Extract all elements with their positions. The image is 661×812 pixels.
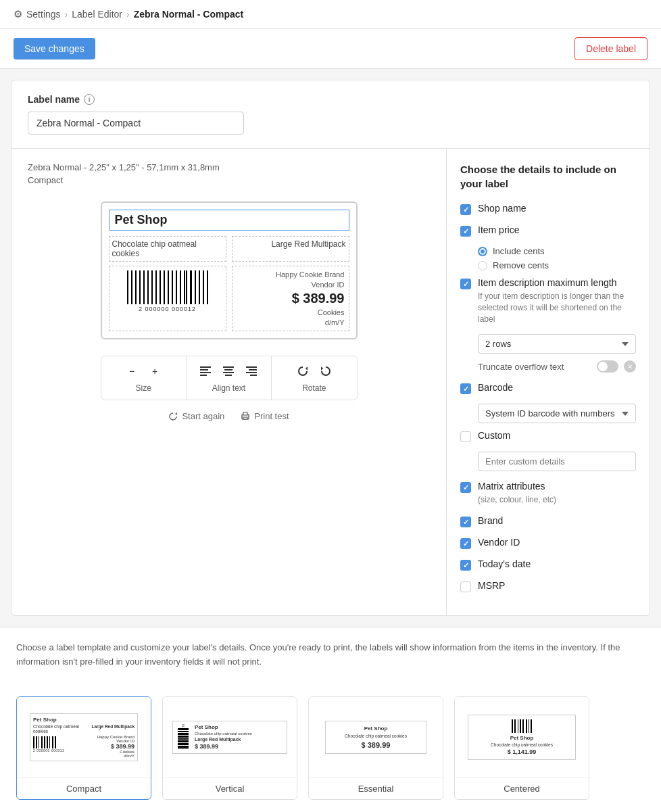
label-preview: Pet Shop Chocolate chip oatmeal cookies … (101, 201, 358, 339)
vendor-id-checkbox[interactable] (460, 538, 471, 549)
save-button[interactable]: Save changes (14, 38, 95, 59)
radio-remove-icon (478, 261, 487, 270)
top-bar: ⚙ Settings › Label Editor › Zebra Normal… (0, 0, 661, 29)
templates-section: Pet Shop Chocolate chip oatmeal cookies … (0, 683, 661, 812)
custom-input[interactable] (478, 452, 636, 471)
msrp-checkbox[interactable] (460, 581, 471, 592)
brand-checkbox[interactable] (460, 517, 471, 527)
template-compact-preview: Pet Shop Chocolate chip oatmeal cookies … (17, 697, 151, 778)
barcode-visual (127, 270, 208, 304)
start-again-label: Start again (182, 411, 224, 421)
size-group: − + Size (101, 356, 187, 400)
size-minus-button[interactable]: − (124, 363, 140, 379)
breadcrumb-settings[interactable]: Settings (26, 9, 61, 20)
radio-include-cents[interactable]: Include cents (478, 246, 636, 256)
todays-date-checkbox[interactable] (460, 560, 471, 571)
truncate-toggle[interactable] (597, 360, 618, 373)
start-again-button[interactable]: Start again (168, 411, 224, 421)
template-essential-preview: Pet Shop Chocolate chip oatmeal cookies … (309, 697, 443, 778)
rotate-right-icon[interactable] (318, 363, 334, 379)
info-icon[interactable]: i (84, 94, 95, 105)
radio-remove-label: Remove cents (493, 260, 549, 270)
breadcrumb-current: Zebra Normal - Compact (134, 9, 244, 20)
truncate-row: Truncate overflow text ✕ (478, 360, 636, 373)
price-radio-group: Include cents Remove cents (478, 246, 636, 270)
preview-description: Chocolate chip oatmeal cookies (109, 236, 226, 262)
templates-grid: Pet Shop Chocolate chip oatmeal cookies … (16, 696, 645, 800)
label-name-input[interactable] (28, 112, 244, 135)
todays-date-label: Today's date (478, 558, 636, 569)
align-group: Align text (187, 356, 272, 400)
align-left-icon[interactable] (197, 363, 214, 379)
svg-rect-10 (246, 372, 257, 373)
rows-select[interactable]: 2 rows 1 row 3 rows (478, 334, 636, 354)
svg-rect-8 (246, 366, 257, 368)
option-brand: Brand (460, 515, 636, 527)
gear-icon: ⚙ (14, 8, 22, 20)
preview-category: Cookies (237, 308, 345, 316)
barcode-select[interactable]: System ID barcode with numbers UPC barco… (478, 404, 636, 423)
option-barcode: Barcode (460, 382, 636, 394)
preview-variant: Large Red Multipack (232, 236, 349, 262)
svg-rect-0 (200, 366, 211, 368)
template-compact[interactable]: Pet Shop Chocolate chip oatmeal cookies … (16, 696, 151, 800)
size-label: Size (135, 383, 151, 393)
svg-rect-6 (223, 372, 234, 373)
preview-vendor: Vendor ID (237, 281, 345, 289)
preview-details: Happy Cookie Brand Vendor ID $ 389.99 Co… (232, 266, 349, 331)
template-vertical[interactable]: N Pet (162, 696, 297, 800)
item-description-label: Item description maximum length (478, 277, 636, 288)
item-description-sub: If your item description is longer than … (478, 291, 636, 325)
matrix-checkbox[interactable] (460, 482, 471, 493)
print-test-button[interactable]: Print test (241, 411, 289, 421)
svg-rect-3 (200, 375, 207, 376)
barcode-label: Barcode (478, 382, 636, 393)
preview-line2: Compact (28, 175, 430, 185)
action-bar: Save changes Delete label (0, 29, 661, 69)
refresh-icon (168, 412, 178, 421)
size-plus-button[interactable]: + (147, 363, 163, 379)
options-title: Choose the details to include on your la… (460, 162, 636, 191)
shop-name-label: Shop name (478, 203, 636, 214)
align-center-icon[interactable] (220, 363, 237, 379)
item-description-checkbox[interactable] (460, 279, 471, 289)
breadcrumb-sep2: › (126, 9, 130, 20)
template-essential[interactable]: Pet Shop Chocolate chip oatmeal cookies … (308, 696, 443, 800)
template-vertical-name: Vertical (163, 778, 297, 799)
breadcrumb: ⚙ Settings › Label Editor › Zebra Normal… (14, 8, 243, 20)
radio-include-label: Include cents (493, 246, 545, 256)
option-item-description: Item description maximum length If your … (460, 277, 636, 325)
custom-label: Custom (478, 430, 636, 441)
truncate-label: Truncate overflow text (478, 362, 591, 372)
toolbar: − + Size (101, 356, 358, 400)
barcode-checkbox[interactable] (460, 383, 471, 394)
svg-rect-7 (225, 375, 232, 376)
msrp-label: MSRP (478, 580, 636, 591)
template-essential-name: Essential (309, 778, 443, 799)
rotate-label: Rotate (302, 383, 326, 393)
options-panel: Choose the details to include on your la… (447, 149, 650, 615)
option-msrp: MSRP (460, 580, 636, 592)
svg-rect-1 (200, 369, 208, 371)
vendor-id-label: Vendor ID (478, 537, 636, 548)
rotate-left-icon[interactable] (295, 363, 311, 379)
custom-checkbox[interactable] (460, 431, 471, 442)
option-item-price: Item price (460, 224, 636, 237)
shop-name-checkbox[interactable] (460, 204, 471, 215)
preview-shop-name: Pet Shop (109, 210, 349, 231)
truncate-x-button[interactable]: ✕ (624, 360, 636, 373)
brand-label: Brand (478, 515, 636, 526)
template-centered-preview: Pet Shop Chocolate chip oatmeal cookies … (455, 697, 589, 778)
svg-marker-12 (305, 366, 308, 371)
svg-rect-2 (200, 372, 211, 373)
label-name-label: Label name (28, 94, 80, 105)
radio-remove-cents[interactable]: Remove cents (478, 260, 636, 270)
print-icon (241, 412, 250, 421)
breadcrumb-label-editor[interactable]: Label Editor (72, 9, 122, 20)
rotate-group: Rotate (272, 356, 356, 400)
item-price-checkbox[interactable] (460, 226, 471, 237)
align-right-icon[interactable] (243, 363, 260, 379)
delete-button[interactable]: Delete label (574, 37, 647, 60)
preview-line1: Zebra Normal - 2,25" x 1,25" - 57,1mm x … (28, 162, 430, 172)
template-centered[interactable]: Pet Shop Chocolate chip oatmeal cookies … (454, 696, 589, 800)
